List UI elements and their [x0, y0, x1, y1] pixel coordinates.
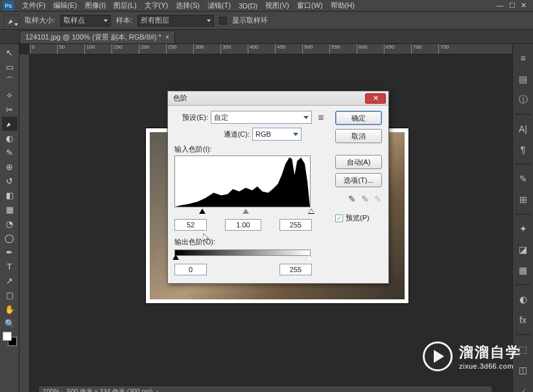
sample-layers-select[interactable]: 所有图层	[137, 15, 214, 27]
tab-close-icon[interactable]: ×	[165, 34, 169, 41]
stamp-tool-icon[interactable]: ⊕	[2, 159, 18, 174]
watermark-url: zixue.3d66.com	[459, 362, 521, 370]
menu-select[interactable]: 选择(S)	[172, 0, 204, 11]
white-eyedropper-icon[interactable]: ✎	[374, 194, 382, 204]
menu-file[interactable]: 文件(F)	[18, 0, 49, 11]
sample-size-select[interactable]: 取样点	[60, 15, 111, 27]
document-tabs: 124101.jpg @ 100% (背景 副本, RGB/8#) * ×	[0, 30, 533, 44]
document-tab-title: 124101.jpg @ 100% (背景 副本, RGB/8#) *	[25, 32, 161, 42]
watermark-title: 溜溜自学	[459, 343, 521, 362]
output-levels-label: 输出色阶(O):	[174, 237, 327, 247]
hand-tool-icon[interactable]: ✋	[2, 302, 18, 316]
gradient-tool-icon[interactable]: ▦	[2, 202, 18, 216]
menu-layer[interactable]: 图层(L)	[110, 0, 140, 11]
sample-size-label: 取样大小:	[25, 16, 55, 25]
blur-tool-icon[interactable]: ◔	[2, 216, 18, 231]
white-point-input[interactable]	[279, 219, 312, 231]
preview-label: 预览(P)	[346, 213, 370, 223]
paths-panel-icon[interactable]: ⟋	[516, 384, 530, 392]
info-panel-icon[interactable]: ⓘ	[516, 93, 530, 106]
preset-menu-icon[interactable]: ≣	[314, 111, 327, 124]
eraser-tool-icon[interactable]: ◧	[2, 188, 18, 202]
dodge-tool-icon[interactable]: ◯	[2, 231, 18, 245]
menu-view[interactable]: 视图(V)	[261, 0, 293, 11]
window-max-icon[interactable]: ☐	[509, 1, 515, 10]
window-close-icon[interactable]: ✕	[521, 1, 527, 10]
pen-tool-icon[interactable]: ✒	[2, 245, 18, 259]
ok-button[interactable]: 确定	[335, 111, 382, 125]
black-point-input[interactable]	[174, 219, 207, 231]
black-eyedropper-icon[interactable]: ✎	[348, 194, 356, 204]
zoom-indicator[interactable]: 100%	[43, 388, 60, 392]
cancel-button[interactable]: 取消	[335, 129, 382, 143]
navigator-panel-icon[interactable]: ✦	[516, 222, 530, 235]
preview-checkbox[interactable]: ✓	[335, 214, 343, 222]
status-bar: 100% 500 像素 x 334 像素 (300 ppi)	[39, 386, 492, 392]
zoom-tool-icon[interactable]: 🔍	[2, 316, 18, 330]
black-point-slider[interactable]	[199, 209, 206, 214]
window-min-icon[interactable]: —	[497, 1, 504, 10]
eyedropper-tool-icon[interactable]	[2, 117, 18, 131]
window-controls: — ☐ ✕	[497, 1, 530, 10]
crop-tool-icon[interactable]: ✂	[2, 102, 18, 117]
gamma-input[interactable]	[225, 219, 261, 231]
menu-3d[interactable]: 3D(D)	[235, 1, 261, 10]
history-panel-icon[interactable]: ≡	[516, 52, 530, 65]
preset-combobox[interactable]: 自定	[211, 111, 312, 124]
path-tool-icon[interactable]: ↗	[2, 273, 18, 288]
swatches-panel-icon[interactable]: ▦	[516, 264, 530, 277]
dialog-titlebar[interactable]: 色阶 ✕	[168, 91, 388, 106]
right-panels: ≡ ▤ ⓘ A| ¶ ✎ ⊞ ✦ ◪ ▦ ◐ fx ⬚ ◫ ⟋	[512, 44, 533, 392]
output-black-input[interactable]	[174, 264, 207, 275]
brush-panel-icon[interactable]: ✎	[516, 172, 530, 185]
gray-eyedropper-icon[interactable]: ✎	[361, 194, 369, 204]
doc-info[interactable]: 500 像素 x 334 像素 (300 ppi)	[67, 387, 161, 393]
color-swatches[interactable]	[3, 332, 17, 346]
input-slider-track	[174, 210, 311, 216]
menu-filter[interactable]: 滤镜(T)	[204, 0, 235, 11]
output-slider-track	[174, 257, 311, 264]
auto-button[interactable]: 自动(A)	[335, 155, 382, 169]
menu-image[interactable]: 图像(I)	[81, 0, 110, 11]
output-white-input[interactable]	[279, 264, 312, 275]
channel-label: 通道(C):	[216, 130, 250, 139]
preset-label: 预设(E):	[174, 113, 208, 122]
channel-combobox[interactable]: RGB	[252, 128, 302, 141]
color-panel-icon[interactable]: ◪	[516, 243, 530, 256]
paragraph-panel-icon[interactable]: ¶	[516, 143, 530, 156]
type-tool-icon[interactable]: T	[2, 259, 18, 273]
tool-preset-picker[interactable]	[4, 14, 19, 27]
history-brush-tool-icon[interactable]: ↺	[2, 174, 18, 188]
histogram	[174, 156, 311, 207]
menu-window[interactable]: 窗口(W)	[293, 0, 327, 11]
levels-dialog: 色阶 ✕ 预设(E): 自定 ≣ 通道(C): RGB 输入色阶(I):	[167, 91, 389, 284]
lasso-tool-icon[interactable]: ⌒	[2, 74, 18, 88]
properties-panel-icon[interactable]: ▤	[516, 73, 530, 86]
brush-tool-icon[interactable]: ✎	[2, 145, 18, 159]
move-tool-icon[interactable]: ↖	[2, 45, 18, 60]
midtone-slider[interactable]	[243, 209, 249, 214]
healing-tool-icon[interactable]: ◐	[2, 131, 18, 145]
show-ring-checkbox[interactable]	[219, 17, 227, 25]
watermark-play-icon	[423, 341, 453, 371]
wand-tool-icon[interactable]: ✧	[2, 88, 18, 102]
menu-help[interactable]: 帮助(H)	[327, 0, 359, 11]
white-point-slider[interactable]	[308, 209, 314, 214]
dialog-close-button[interactable]: ✕	[365, 93, 386, 104]
document-tab[interactable]: 124101.jpg @ 100% (背景 副本, RGB/8#) * ×	[19, 30, 175, 43]
marquee-tool-icon[interactable]: ▭	[2, 60, 18, 74]
output-black-slider[interactable]	[172, 255, 179, 260]
output-white-slider[interactable]	[306, 255, 313, 260]
input-levels-label: 输入色阶(I):	[174, 144, 327, 154]
brush-presets-panel-icon[interactable]: ⊞	[516, 193, 530, 206]
vertical-ruler	[19, 54, 30, 392]
watermark: 溜溜自学 zixue.3d66.com	[423, 341, 521, 371]
shape-tool-icon[interactable]: ▢	[2, 288, 18, 302]
menu-type[interactable]: 文字(Y)	[141, 0, 172, 11]
styles-panel-icon[interactable]: fx	[516, 314, 530, 327]
character-panel-icon[interactable]: A|	[516, 122, 530, 135]
adjustments-panel-icon[interactable]: ◐	[516, 293, 530, 306]
foreground-color[interactable]	[3, 332, 12, 341]
options-button[interactable]: 选项(T)...	[335, 173, 382, 187]
menu-edit[interactable]: 编辑(E)	[49, 0, 81, 11]
